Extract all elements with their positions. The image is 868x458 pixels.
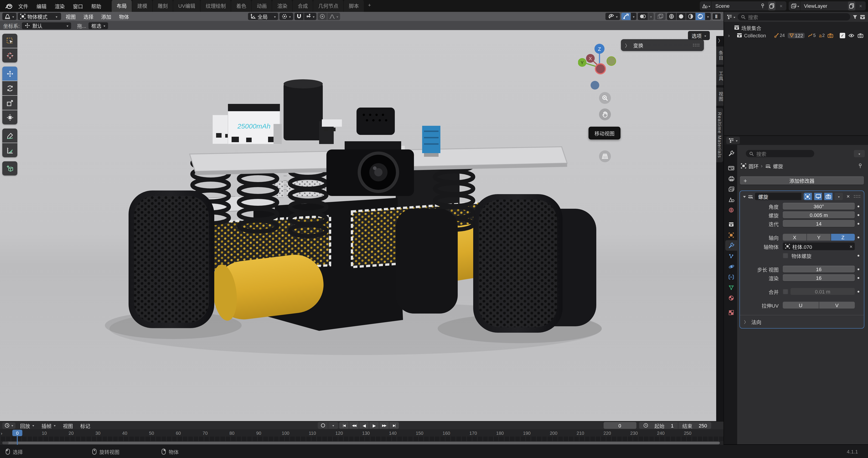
timeline-ruler[interactable]: 0102030405060708090100110120130140150160…: [0, 429, 723, 436]
tab-view-layer[interactable]: [725, 184, 737, 194]
workspace-tab[interactable]: 布局: [112, 0, 132, 12]
modifier-name-field[interactable]: 螺旋: [755, 193, 801, 200]
workspace-tab[interactable]: 合成: [293, 0, 313, 12]
pan-view-button[interactable]: [599, 108, 611, 120]
tab-tool[interactable]: [725, 148, 737, 159]
topbar-menu[interactable]: 编辑: [32, 2, 51, 9]
expand-arrow[interactable]: ›: [727, 33, 731, 38]
scene-duplicate-button[interactable]: [768, 1, 775, 10]
current-frame-field[interactable]: 0: [603, 422, 636, 429]
breadcrumb-modifier[interactable]: 螺旋: [773, 162, 783, 169]
mode-selector[interactable]: 物体模式: [18, 13, 61, 20]
tool-cursor-3d[interactable]: [2, 48, 17, 62]
scene-pin-icon[interactable]: [759, 1, 766, 10]
stretch-uv-option[interactable]: U: [783, 302, 818, 308]
workspace-tab[interactable]: 雕刻: [153, 0, 173, 12]
open-sidebar-arrow[interactable]: 〉: [718, 37, 722, 44]
topbar-menu[interactable]: 帮助: [87, 2, 105, 9]
toggle-perspective-button[interactable]: [599, 151, 611, 162]
zoom-view-button[interactable]: [599, 92, 611, 104]
timeline-view-menu[interactable]: 视图: [60, 422, 76, 429]
start-frame-field[interactable]: 起始1: [639, 422, 678, 429]
steps-render-field[interactable]: 16: [783, 274, 855, 281]
modifier-extras-dropdown[interactable]: [835, 193, 843, 200]
previous-keyframe-button[interactable]: ◀◀: [349, 422, 359, 429]
tool-measure[interactable]: [2, 143, 17, 157]
outliner-filter-button[interactable]: [852, 14, 858, 20]
topbar-menu[interactable]: 窗口: [69, 2, 87, 9]
normals-subpanel-header[interactable]: 〉 法向: [740, 315, 864, 327]
pause-render-button[interactable]: ‖: [712, 13, 721, 20]
sync-dropdown[interactable]: [328, 422, 338, 429]
pivot-point-selector[interactable]: [279, 13, 293, 20]
viewlayer-name[interactable]: ViewLayer: [802, 3, 846, 9]
transform-orientation-selector[interactable]: 全局: [248, 13, 278, 20]
workspace-tab[interactable]: 纹理绘制: [201, 0, 231, 12]
tab-modifiers[interactable]: [725, 240, 737, 251]
properties-filter-button[interactable]: [854, 150, 865, 157]
add-menu[interactable]: 添加: [98, 13, 115, 20]
workspace-tab[interactable]: 动画: [252, 0, 272, 12]
operator-panel-header[interactable]: 〉 变换: [621, 39, 704, 51]
delete-modifier-button[interactable]: ×: [845, 193, 851, 200]
topbar-menu[interactable]: 文件: [14, 2, 32, 9]
tool-scale[interactable]: [2, 96, 17, 110]
scene-delete-button[interactable]: ×: [777, 1, 785, 10]
animate-dot[interactable]: [855, 277, 862, 279]
tab-collection[interactable]: [725, 219, 737, 230]
proportional-edit-toggle[interactable]: [318, 13, 327, 20]
playhead[interactable]: 0: [12, 430, 22, 436]
timeline-scrollbar[interactable]: [0, 441, 723, 445]
keying-menu[interactable]: 插帧: [39, 422, 58, 429]
tab-material[interactable]: [725, 293, 737, 303]
viewport-options-button[interactable]: 选项: [688, 31, 710, 40]
iterations-field[interactable]: 14: [783, 220, 855, 227]
custom-orientation-selector[interactable]: 默认: [22, 22, 71, 29]
show-object-types-selector[interactable]: [605, 13, 620, 20]
editor-type-button[interactable]: [2, 13, 17, 20]
render-display-toggle[interactable]: [825, 193, 833, 200]
next-keyframe-button[interactable]: ▶▶: [379, 422, 389, 429]
axis-object-field[interactable]: 柱体.070 ×: [783, 242, 855, 250]
xray-toggle[interactable]: [655, 13, 665, 20]
pin-id-icon[interactable]: [858, 163, 863, 169]
merge-distance-field[interactable]: 0.01 m: [790, 288, 855, 295]
gizmo-options-selector[interactable]: [631, 13, 636, 20]
drag-grip-icon[interactable]: [692, 43, 700, 47]
tool-select-box[interactable]: [2, 34, 17, 48]
outliner-row-scene-collection[interactable]: 场景集合: [724, 24, 868, 31]
timeline-editor-type-button[interactable]: [2, 422, 16, 429]
merge-checkbox[interactable]: [783, 289, 788, 294]
add-workspace-button[interactable]: +: [365, 0, 375, 12]
scene-name[interactable]: Scene: [713, 3, 757, 9]
timeline-track[interactable]: [0, 436, 723, 441]
view-menu[interactable]: 视图: [62, 13, 79, 20]
workspace-tab[interactable]: 脚本: [344, 0, 364, 12]
snap-toggle[interactable]: [294, 13, 304, 20]
tool-transform[interactable]: [2, 110, 17, 124]
checkbox-enable[interactable]: ✓: [840, 33, 845, 38]
timeline-expand-arrow[interactable]: ›: [1, 431, 2, 436]
animate-dot[interactable]: [855, 291, 862, 292]
workspace-tab[interactable]: 着色: [231, 0, 251, 12]
navigation-gizmo[interactable]: Z X Y: [578, 43, 620, 94]
tab-render[interactable]: [725, 163, 737, 173]
overlays-options-selector[interactable]: [648, 13, 653, 20]
sidebar-tab-realtime-materials[interactable]: Realtime Materials: [716, 108, 723, 162]
shading-options-selector[interactable]: [705, 13, 711, 20]
stretch-uv-option[interactable]: V: [819, 302, 855, 308]
animate-dot[interactable]: [855, 236, 862, 238]
workspace-tab[interactable]: 建模: [132, 0, 152, 12]
object-menu[interactable]: 物体: [116, 13, 132, 20]
disable-in-renders-toggle[interactable]: [858, 33, 863, 38]
tab-constraints[interactable]: [725, 272, 737, 282]
breadcrumb-object[interactable]: 圆环: [749, 162, 758, 169]
tab-output[interactable]: [725, 173, 737, 184]
viewlayer-duplicate-button[interactable]: [848, 1, 855, 10]
tab-texture[interactable]: [725, 307, 737, 318]
sidebar-tab-item[interactable]: 条目: [716, 46, 723, 65]
sidebar-tab-view[interactable]: 视图: [716, 88, 723, 106]
tool-rotate[interactable]: [2, 81, 17, 95]
show-gizmo-toggle[interactable]: [621, 13, 630, 20]
steps-viewport-field[interactable]: 16: [783, 266, 855, 272]
